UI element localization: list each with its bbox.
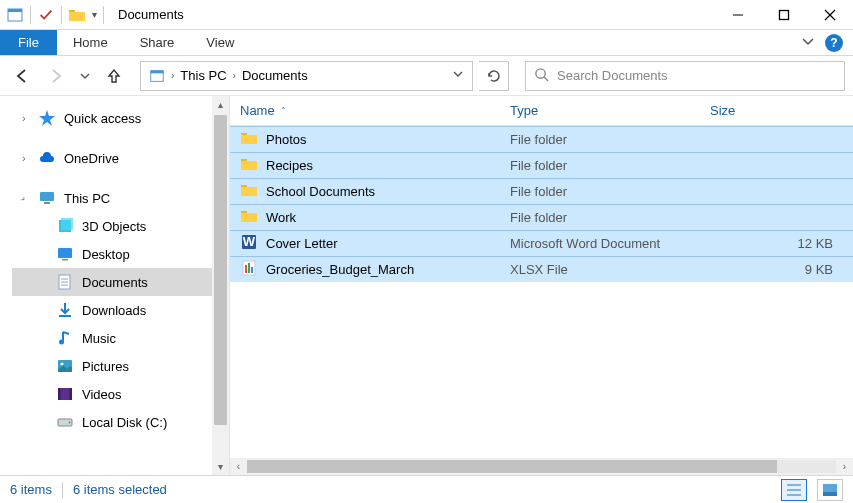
- large-icons-view-button[interactable]: [817, 479, 843, 501]
- column-label: Name: [240, 103, 275, 118]
- address-root-icon[interactable]: [145, 68, 169, 84]
- tab-view[interactable]: View: [190, 30, 250, 55]
- chevron-down-icon[interactable]: ›: [16, 190, 32, 206]
- address-dropdown-icon[interactable]: [448, 68, 468, 83]
- file-row[interactable]: WorkFile folder: [230, 204, 853, 230]
- help-icon[interactable]: ?: [825, 34, 843, 52]
- column-header-size[interactable]: Size: [700, 103, 853, 118]
- properties-qat-icon[interactable]: [37, 6, 55, 24]
- svg-point-10: [536, 68, 545, 77]
- search-box[interactable]: [525, 61, 845, 91]
- file-type: File folder: [510, 210, 567, 225]
- file-rows: PhotosFile folderRecipesFile folderSchoo…: [230, 126, 853, 282]
- qat-dropdown-icon[interactable]: ▾: [92, 9, 97, 20]
- scroll-down-icon[interactable]: ▾: [218, 458, 223, 475]
- sidebar-item-label: Music: [82, 331, 116, 346]
- maximize-button[interactable]: [761, 0, 807, 30]
- address-bar[interactable]: › This PC › Documents: [140, 61, 473, 91]
- sidebar-item-desktop[interactable]: Desktop: [12, 240, 212, 268]
- forward-button[interactable]: [42, 62, 70, 90]
- file-row[interactable]: WCover LetterMicrosoft Word Document12 K…: [230, 230, 853, 256]
- chevron-right-icon[interactable]: ›: [18, 153, 30, 164]
- chevron-right-icon[interactable]: ›: [171, 70, 174, 81]
- file-size: 9 KB: [805, 262, 833, 277]
- file-list-pane: Name ˄ Type Size PhotosFile folderRecipe…: [230, 96, 853, 475]
- horizontal-scrollbar[interactable]: ‹ ›: [230, 458, 853, 475]
- file-size: 12 KB: [798, 236, 833, 251]
- sidebar-item-quick-access[interactable]: › Quick access: [12, 104, 212, 132]
- svg-rect-16: [58, 248, 72, 258]
- breadcrumb-this-pc[interactable]: This PC: [176, 68, 230, 83]
- sidebar-item-onedrive[interactable]: › OneDrive: [12, 144, 212, 172]
- scroll-thumb[interactable]: [247, 460, 777, 473]
- quick-access-toolbar: ▾: [0, 6, 110, 24]
- svg-rect-17: [62, 259, 68, 261]
- file-name: Recipes: [266, 158, 313, 173]
- sidebar-item-label: Documents: [82, 275, 148, 290]
- main-area: › Quick access › OneDrive › Thi: [0, 96, 853, 475]
- file-type: XLSX File: [510, 262, 568, 277]
- chevron-right-icon[interactable]: ›: [233, 70, 236, 81]
- ribbon-collapse-icon[interactable]: [801, 34, 815, 51]
- window-title: Documents: [110, 7, 184, 22]
- sidebar-child-icon: [56, 245, 74, 263]
- file-type: Microsoft Word Document: [510, 236, 660, 251]
- sidebar-child-icon: [56, 301, 74, 319]
- search-icon: [534, 67, 549, 85]
- folder-qat-icon[interactable]: [68, 6, 86, 24]
- sidebar-item-label: Pictures: [82, 359, 129, 374]
- sidebar-item-3d-objects[interactable]: 3D Objects: [12, 212, 212, 240]
- file-row[interactable]: Groceries_Budget_MarchXLSX File9 KB: [230, 256, 853, 282]
- svg-rect-43: [248, 263, 250, 273]
- status-item-count: 6 items: [10, 482, 52, 497]
- svg-rect-27: [58, 388, 61, 400]
- file-icon: [240, 259, 258, 280]
- sidebar-item-label: 3D Objects: [82, 219, 146, 234]
- breadcrumb-documents[interactable]: Documents: [238, 68, 312, 83]
- sidebar-child-icon: [56, 273, 74, 291]
- column-header-type[interactable]: Type: [500, 103, 700, 118]
- svg-rect-38: [241, 213, 257, 222]
- sidebar-item-this-pc[interactable]: › This PC: [12, 184, 212, 212]
- search-input[interactable]: [557, 68, 836, 83]
- sidebar-scrollbar[interactable]: ▴ ▾: [212, 96, 229, 475]
- file-type: File folder: [510, 158, 567, 173]
- file-tab[interactable]: File: [0, 30, 57, 55]
- scroll-right-icon[interactable]: ›: [836, 461, 853, 472]
- column-label: Type: [510, 103, 538, 118]
- svg-rect-15: [61, 218, 73, 230]
- sidebar-item-pictures[interactable]: Pictures: [12, 352, 212, 380]
- details-view-button[interactable]: [781, 479, 807, 501]
- up-button[interactable]: [100, 62, 128, 90]
- sidebar-item-music[interactable]: Music: [12, 324, 212, 352]
- file-row[interactable]: School DocumentsFile folder: [230, 178, 853, 204]
- column-header-name[interactable]: Name ˄: [230, 103, 500, 118]
- svg-rect-13: [44, 202, 50, 204]
- file-row[interactable]: RecipesFile folder: [230, 152, 853, 178]
- sidebar-item-documents[interactable]: Documents: [12, 268, 212, 296]
- back-button[interactable]: [8, 62, 36, 90]
- sidebar-item-local-disk-c-[interactable]: Local Disk (C:): [12, 408, 212, 436]
- file-icon: [240, 129, 258, 150]
- tab-share[interactable]: Share: [124, 30, 191, 55]
- svg-rect-28: [70, 388, 73, 400]
- sidebar-item-label: Quick access: [64, 111, 141, 126]
- refresh-button[interactable]: [479, 61, 509, 91]
- minimize-button[interactable]: [715, 0, 761, 30]
- tab-home[interactable]: Home: [57, 30, 124, 55]
- status-bar: 6 items 6 items selected: [0, 475, 853, 503]
- file-name: Work: [266, 210, 296, 225]
- svg-rect-3: [69, 12, 85, 21]
- status-selected-count: 6 items selected: [73, 482, 167, 497]
- recent-locations-button[interactable]: [76, 62, 94, 90]
- sidebar-item-videos[interactable]: Videos: [12, 380, 212, 408]
- scroll-up-icon[interactable]: ▴: [218, 96, 223, 113]
- file-row[interactable]: PhotosFile folder: [230, 126, 853, 152]
- cloud-icon: [38, 149, 56, 167]
- chevron-right-icon[interactable]: ›: [18, 113, 30, 124]
- close-button[interactable]: [807, 0, 853, 30]
- nav-bar: › This PC › Documents: [0, 56, 853, 96]
- sidebar-item-downloads[interactable]: Downloads: [12, 296, 212, 324]
- scroll-left-icon[interactable]: ‹: [230, 461, 247, 472]
- scroll-thumb[interactable]: [214, 115, 227, 425]
